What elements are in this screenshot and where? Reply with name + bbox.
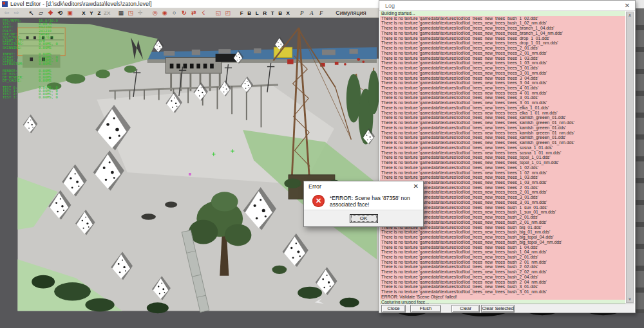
snap-toggle-icon[interactable]: ◎ [151,9,159,17]
log-line[interactable]: There is no texture 'gamedata\textures\l… [380,41,625,46]
snap-object-icon[interactable]: ◳ [126,9,135,17]
log-line[interactable]: There is no texture 'gamedata\textures\l… [380,120,625,125]
log-line[interactable]: There is no texture 'gamedata\textures\l… [380,235,625,240]
log-line[interactable]: There is no texture 'gamedata\textures\l… [380,250,625,255]
log-line[interactable]: There is no texture 'gamedata\textures\l… [380,66,625,71]
log-line[interactable]: There is no texture 'gamedata\textures\l… [380,76,625,81]
attach-snap-icon[interactable]: ☇ [199,9,207,17]
ok-button[interactable]: OK [350,214,378,223]
log-line[interactable]: There is no texture 'gamedata\textures\l… [380,16,625,21]
osnap-icon[interactable]: ○ [170,9,178,17]
axis-zx-button[interactable]: ZX [104,9,110,17]
snap-center-icon[interactable]: ✛ [136,9,144,17]
undo-arrow-icon[interactable]: ⇦ [3,9,11,17]
view-left-button[interactable]: L [254,9,260,17]
log-line[interactable]: There is no texture 'gamedata\textures\l… [380,71,625,76]
log-line[interactable]: There is no texture 'gamedata\textures\l… [380,230,625,235]
log-line[interactable]: Building started... [380,11,625,16]
add-object-tool-icon[interactable]: ▱ [37,9,45,17]
log-line[interactable]: There is no texture 'gamedata\textures\l… [380,155,625,160]
select-tool-icon[interactable]: ↖ [27,9,35,17]
log-line[interactable]: There is no texture 'gamedata\textures\l… [380,105,625,111]
log-line[interactable]: There is no texture 'gamedata\textures\l… [380,80,625,86]
scroll-down-icon[interactable]: ∨ [627,296,633,302]
log-button-flush[interactable]: Flush [410,305,441,313]
log-line[interactable]: There is no texture 'gamedata\textures\l… [380,245,625,250]
app-icon [2,1,8,7]
log-line[interactable]: There is no texture 'gamedata\textures\l… [380,91,625,96]
axis-x-button[interactable]: X [80,9,87,17]
log-line[interactable]: There is no texture 'gamedata\textures\l… [380,135,625,140]
stats-overlay: FPS/RFPS:16.8/30.9TPS:0.00 MVERT:692100P… [3,19,58,100]
log-title-bar[interactable]: Log ✕ [379,1,635,11]
log-button-close[interactable]: Close [381,305,406,313]
view-front-button[interactable]: F [238,9,245,17]
log-line[interactable]: There is no texture 'gamedata\textures\l… [380,21,625,26]
view-bottom-button[interactable]: B [277,9,283,17]
rotate-tool-icon[interactable]: ⟲ [56,9,64,17]
log-line[interactable]: There is no texture 'gamedata\textures\l… [380,284,625,289]
zoom-extents-icon[interactable]: ◱ [214,9,222,17]
log-line[interactable]: There is no texture 'gamedata\textures\l… [380,160,625,165]
axis-z-button[interactable]: Z [96,9,102,17]
log-line[interactable]: There is no texture 'gamedata\textures\l… [380,289,625,295]
rotate-snap-icon[interactable]: ↻ [180,9,188,17]
log-line[interactable]: There is no texture 'gamedata\textures\l… [380,175,625,180]
log-line[interactable]: There is no texture 'gamedata\textures\l… [380,100,625,105]
log-line[interactable]: There is no texture 'gamedata\textures\l… [380,131,625,136]
log-button-clear-selected[interactable]: Clear Selected [481,305,515,313]
log-button-clear[interactable]: Clear [451,305,480,313]
view-right-button[interactable]: R [261,9,268,17]
log-scrollbar[interactable]: ∧ ∨ [626,12,634,303]
moveto-snap-icon[interactable]: ⇄ [189,9,198,17]
log-line[interactable]: There is no texture 'gamedata\textures\l… [380,165,625,170]
log-line[interactable]: ERROR: Validate 'Scene Object' failed! [380,295,625,300]
snap-grid-icon[interactable]: ▦ [117,9,125,17]
axis-y-button[interactable]: Y [88,9,95,17]
log-line[interactable]: There is no texture 'gamedata\textures\l… [380,31,625,36]
log-line[interactable]: There is no texture 'gamedata\textures\l… [380,260,625,265]
scroll-up-icon[interactable]: ∧ [627,12,633,19]
close-icon[interactable]: ✕ [623,2,632,9]
right-panel-strip[interactable] [636,8,644,313]
log-line[interactable]: There is no texture 'gamedata\textures\l… [380,46,625,51]
mode-p-button[interactable]: P [298,9,306,17]
view-back-button[interactable]: B [246,9,252,17]
log-line[interactable]: There is no texture 'gamedata\textures\l… [380,115,625,120]
close-icon[interactable]: ✕ [413,183,419,190]
log-line[interactable]: There is no texture 'gamedata\textures\l… [380,36,625,41]
log-line[interactable]: There is no texture 'gamedata\textures\l… [380,86,625,91]
log-line[interactable]: There is no texture 'gamedata\textures\l… [380,255,625,260]
stat-line: CLFRUSTUM:0.00MS [3,62,58,66]
stat-line: SKINNING:0.00MS [3,46,58,50]
angle-snap-icon[interactable]: ◉ [160,9,169,17]
log-line[interactable]: There is no texture 'gamedata\textures\l… [380,125,625,131]
simulation-button[interactable]: Симуляция [332,9,370,17]
log-line[interactable]: There is no texture 'gamedata\textures\l… [380,170,625,176]
log-line[interactable]: There is no texture 'gamedata\textures\l… [380,56,625,61]
error-icon: ✕ [312,195,325,207]
error-dialog-title-bar[interactable]: Error ✕ [304,181,423,191]
view-axon-button[interactable]: X [285,9,291,17]
scale-tool-icon[interactable]: ▣ [66,9,74,17]
log-line[interactable]: There is no texture 'gamedata\textures\l… [380,26,625,31]
log-line[interactable]: There is no texture 'gamedata\textures\l… [380,140,625,145]
log-line[interactable]: There is no texture 'gamedata\textures\l… [380,275,625,280]
mode-f-button[interactable]: F [317,9,325,17]
log-line[interactable]: There is no texture 'gamedata\textures\l… [380,51,625,56]
log-line[interactable]: There is no texture 'gamedata\textures\l… [380,280,625,285]
redo-arrow-icon[interactable]: ⇨ [12,9,21,17]
log-line[interactable]: There is no texture 'gamedata\textures\l… [380,269,625,275]
log-line[interactable]: There is no texture 'gamedata\textures\l… [380,145,625,150]
log-line[interactable]: There is no texture 'gamedata\textures\l… [380,95,625,100]
move-tool-icon[interactable]: ✥ [46,9,55,17]
zoom-selected-icon[interactable]: ◰ [223,9,232,17]
log-line[interactable]: There is no texture 'gamedata\textures\l… [380,150,625,156]
view-top-button[interactable]: T [269,9,276,17]
log-line[interactable]: There is no texture 'gamedata\textures\l… [380,264,625,269]
log-line[interactable]: There is no texture 'gamedata\textures\l… [380,60,625,66]
log-line[interactable]: There is no texture 'gamedata\textures\l… [380,111,625,116]
log-line[interactable]: There is no texture 'gamedata\textures\l… [380,240,625,245]
log-window: Log ✕ Building started...There is no tex… [379,0,636,313]
mode-a-button[interactable]: A [307,9,316,17]
